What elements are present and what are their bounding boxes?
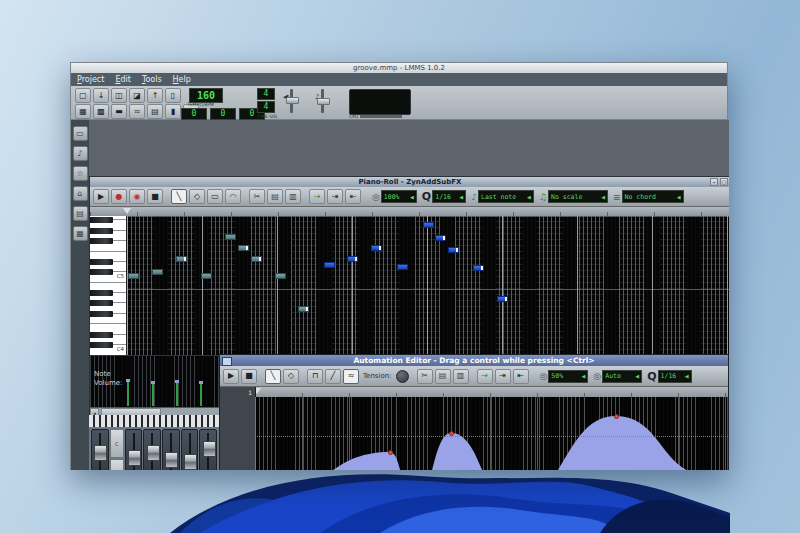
q-dropdown[interactable]: Q1/16◀ (422, 190, 466, 203)
dropdown-arrow-icon[interactable]: ◀ (527, 194, 531, 200)
note-length-dropdown[interactable]: ♪Last note◀ (471, 190, 534, 203)
dropdown-arrow-icon[interactable]: ◀ (677, 194, 681, 200)
plugin-button-d[interactable]: D (110, 459, 124, 470)
dropdown-arrow-icon[interactable]: ◀ (459, 194, 463, 200)
project-notes-button[interactable]: ▤ (147, 104, 163, 119)
master-pitch-slider[interactable]: ♪ (315, 89, 324, 115)
black-key[interactable] (90, 311, 113, 317)
piano-note[interactable] (347, 256, 358, 262)
automation-point[interactable] (388, 450, 393, 455)
record-accompany-button[interactable]: ◉ (129, 189, 145, 204)
instruments-icon[interactable]: ▭ (73, 126, 88, 141)
linear-progression-button[interactable]: ╱ (325, 369, 341, 384)
stop-button[interactable]: ■ (241, 369, 257, 384)
piano-note[interactable] (298, 306, 309, 312)
playhead-marker[interactable] (123, 208, 131, 214)
detune-tool-button[interactable]: ◠ (225, 189, 241, 204)
piano-note[interactable] (371, 245, 382, 251)
fx-mixer-button[interactable]: ▬ (111, 104, 127, 119)
piano-note[interactable] (497, 296, 508, 302)
piano-note[interactable] (324, 262, 335, 268)
song-editor-button[interactable]: ▦ (75, 104, 91, 119)
piano-note[interactable] (251, 256, 262, 262)
automation-point[interactable] (449, 431, 454, 436)
black-key[interactable] (90, 290, 113, 296)
cut-button[interactable]: ✂ (249, 189, 265, 204)
dropdown-arrow-icon[interactable]: ◀ (582, 373, 586, 379)
piano-note[interactable] (473, 265, 484, 271)
computer-icon[interactable]: ▦ (73, 226, 88, 241)
master-volume-slider[interactable]: ◀ (283, 89, 293, 115)
plugin-mini-keyboard[interactable] (89, 415, 219, 427)
automation-point[interactable] (614, 414, 619, 419)
dropdown-arrow-icon[interactable]: ◀ (635, 373, 639, 379)
samples-icon[interactable]: ♪ (73, 146, 88, 161)
piano-note[interactable] (201, 273, 212, 279)
new-project-button[interactable]: ▢ (75, 88, 91, 103)
erase-tool-button[interactable]: ◇ (189, 189, 205, 204)
note-volume-stem[interactable] (200, 384, 202, 406)
tempo-lcd[interactable]: 160 (189, 88, 223, 103)
automation-editor-button[interactable]: ≈ (129, 104, 145, 119)
plugin-fader[interactable] (125, 429, 143, 470)
draw-tool-button[interactable]: ╲ (265, 369, 281, 384)
timesig-denominator[interactable]: 4 (257, 101, 275, 113)
scale-dropdown[interactable]: ♫No scale◀ (539, 190, 608, 203)
erase-tool-button[interactable]: ◇ (283, 369, 299, 384)
q-dropdown[interactable]: Q1/16◀ (647, 370, 691, 383)
maximize-button[interactable]: □ (720, 178, 728, 186)
discrete-progression-button[interactable]: ⊓ (307, 369, 323, 384)
presets-icon[interactable]: ☆ (73, 166, 88, 181)
main-titlebar[interactable]: groove.mmp - LMMS 1.0.2 (71, 63, 727, 73)
dropdown-arrow-icon[interactable]: ◀ (601, 194, 605, 200)
save-project-button[interactable]: ◫ (111, 88, 127, 103)
automation-canvas[interactable] (255, 397, 728, 470)
time-signature[interactable]: 4 4 TIME SIG (257, 88, 277, 119)
copy-button[interactable]: ▤ (267, 189, 283, 204)
tension-knob[interactable] (396, 370, 409, 383)
play-button[interactable]: ▶ (93, 189, 109, 204)
save-as-button[interactable]: ◪ (129, 88, 145, 103)
timesig-numerator[interactable]: 4 (257, 88, 275, 100)
jump-start-button[interactable]: ⇤ (513, 369, 529, 384)
cut-button[interactable]: ✂ (417, 369, 433, 384)
jump-end-button[interactable]: ⇥ (327, 189, 343, 204)
black-key[interactable] (90, 238, 113, 244)
export-tracks-button[interactable]: ▯ (165, 88, 181, 103)
plugin-button-c[interactable]: C (110, 429, 124, 458)
black-key[interactable] (90, 342, 113, 348)
note-volume-stem[interactable] (176, 383, 178, 406)
piano-note[interactable] (238, 245, 249, 251)
zoom-dropdown[interactable]: ◎100%◀ (372, 190, 417, 203)
black-key[interactable] (90, 269, 113, 275)
select-tool-button[interactable]: ▭ (207, 189, 223, 204)
zoom-y-dropdown[interactable]: ◎Auto◀ (593, 370, 642, 383)
output-visualizer[interactable] (349, 89, 411, 115)
black-key[interactable] (90, 259, 113, 265)
piano-keyboard[interactable]: C5C4 (90, 216, 127, 355)
stop-button[interactable]: ■ (147, 189, 163, 204)
cubic-progression-button[interactable]: ≈ (343, 369, 359, 384)
chord-dropdown[interactable]: ≡No chord◀ (613, 190, 684, 203)
menu-edit[interactable]: Edit (115, 75, 131, 84)
piano-note[interactable] (397, 264, 408, 270)
black-key[interactable] (90, 228, 113, 234)
paste-button[interactable]: ▥ (285, 189, 301, 204)
record-button[interactable]: ● (111, 189, 127, 204)
menu-project[interactable]: Project (77, 75, 104, 84)
dropdown-arrow-icon[interactable]: ◀ (685, 373, 689, 379)
bb-editor-button[interactable]: ▩ (93, 104, 109, 119)
piano-note[interactable] (152, 269, 163, 275)
dropdown-arrow-icon[interactable]: ◀ (410, 194, 414, 200)
piano-roll-titlebar[interactable]: Piano-Roll - ZynAddSubFX – □ (90, 177, 729, 187)
note-volume-stem[interactable] (152, 384, 154, 406)
black-key[interactable] (90, 217, 113, 223)
jump-start-button[interactable]: ⇤ (345, 189, 361, 204)
piano-note[interactable] (225, 234, 236, 240)
piano-note[interactable] (176, 256, 187, 262)
zoom-x-dropdown[interactable]: ◎50%◀ (540, 370, 589, 383)
piano-note[interactable] (448, 247, 459, 253)
plugin-fader[interactable] (162, 429, 180, 470)
automation-titlebar[interactable]: Automation Editor - Drag a control while… (220, 355, 728, 366)
timeline-behaviour-button[interactable]: → (477, 369, 493, 384)
